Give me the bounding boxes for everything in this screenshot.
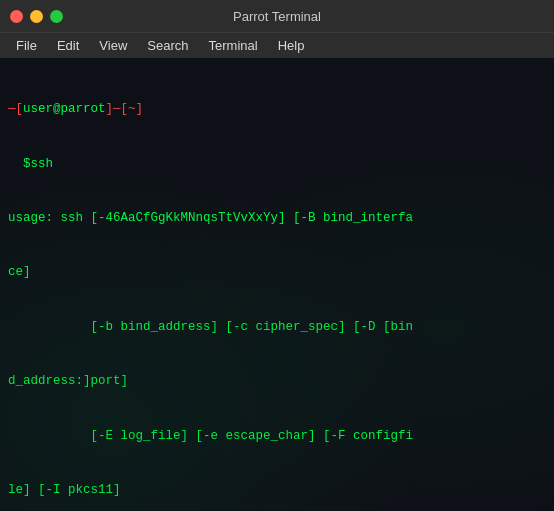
menu-file[interactable]: File [8,36,45,55]
output-line-4: d_address:]port] [8,372,546,390]
terminal-content: ─[─[user@parrot]─[~]user@parrot]─[~] $ss… [8,64,546,511]
menu-bar: File Edit View Search Terminal Help [0,32,554,58]
window-title: Parrot Terminal [233,9,321,24]
menu-edit[interactable]: Edit [49,36,87,55]
output-line-6: le] [-I pkcs11] [8,481,546,499]
output-line-5: [-E log_file] [-e escape_char] [-F confi… [8,427,546,445]
minimize-button[interactable] [30,10,43,23]
menu-view[interactable]: View [91,36,135,55]
command-line-1: $ssh [8,155,546,173]
output-line-1: usage: ssh [-46AaCfGgKkMNnqsTtVvXxYy] [-… [8,209,546,227]
close-button[interactable] [10,10,23,23]
prompt-line-1: ─[─[user@parrot]─[~]user@parrot]─[~] [8,100,546,118]
terminal-body[interactable]: ─[─[user@parrot]─[~]user@parrot]─[~] $ss… [0,58,554,511]
output-line-3: [-b bind_address] [-c cipher_spec] [-D [… [8,318,546,336]
output-line-2: ce] [8,263,546,281]
menu-search[interactable]: Search [139,36,196,55]
window-controls [10,10,63,23]
menu-terminal[interactable]: Terminal [201,36,266,55]
title-bar: Parrot Terminal [0,0,554,32]
maximize-button[interactable] [50,10,63,23]
terminal-window: Parrot Terminal File Edit View Search Te… [0,0,554,511]
menu-help[interactable]: Help [270,36,313,55]
